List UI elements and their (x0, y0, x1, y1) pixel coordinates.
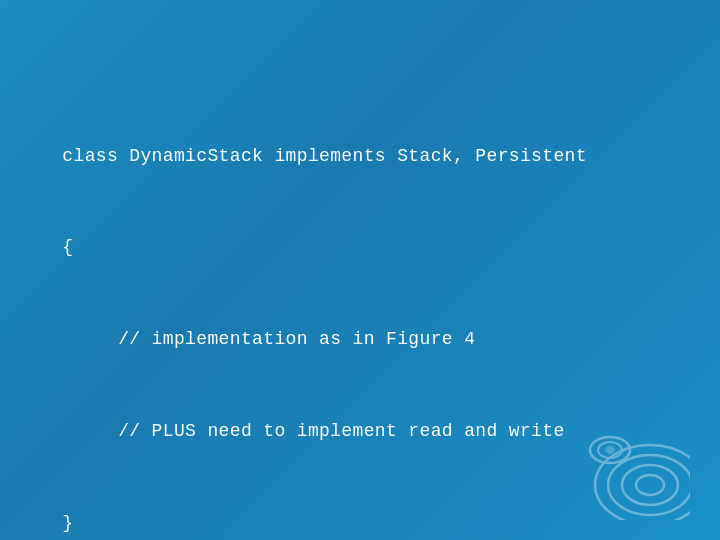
svg-point-6 (605, 446, 615, 454)
code-line-4: // PLUS need to implement read and write (62, 421, 564, 441)
code-line-1: class DynamicStack implements Stack, Per… (62, 146, 587, 166)
svg-point-2 (622, 465, 678, 505)
decorative-rings (570, 420, 690, 520)
code-line-2: { (62, 237, 73, 257)
code-line-5: } (62, 513, 73, 533)
svg-point-3 (636, 475, 664, 495)
code-line-3: // implementation as in Figure 4 (62, 329, 475, 349)
code-block: class DynamicStack implements Stack, Per… (40, 110, 587, 538)
